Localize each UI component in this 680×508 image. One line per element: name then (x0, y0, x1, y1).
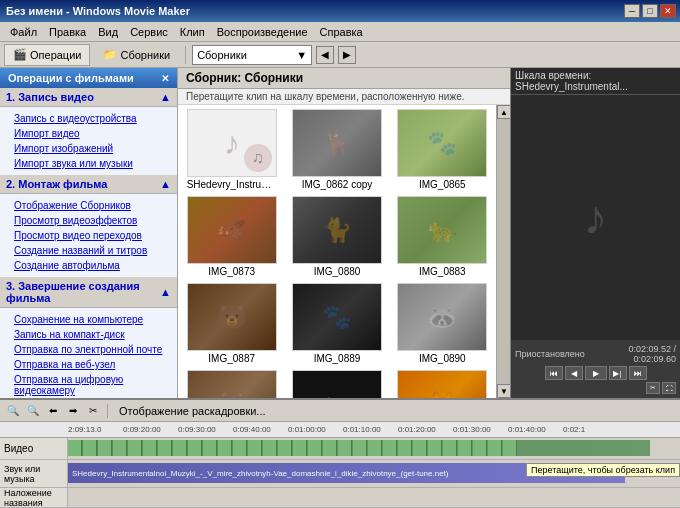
import-images[interactable]: Импорт изображений (0, 141, 177, 156)
video-track-row: Видео (0, 438, 680, 460)
prev-forward-button[interactable]: ▶| (609, 366, 627, 380)
save-computer[interactable]: Сохранение на компьютере (0, 312, 177, 327)
video-track-label: Видео (0, 438, 68, 459)
menu-edit[interactable]: Правка (43, 24, 92, 40)
window-controls: ─ □ ✕ (624, 4, 676, 18)
prev-back-button[interactable]: ◀ (565, 366, 583, 380)
tl-nav-btn[interactable]: ⬅ (44, 403, 62, 419)
minimize-button[interactable]: ─ (624, 4, 640, 18)
scroll-up-button[interactable]: ▲ (497, 105, 510, 119)
prev-split-button[interactable]: ✂ (646, 382, 660, 394)
prev-play-button[interactable]: ▶ (585, 366, 607, 380)
media-item-r2[interactable]: ▶ (287, 370, 386, 398)
content-scrollbar[interactable]: ▲ ▼ (496, 105, 510, 398)
media-item-r1[interactable]: 🐻 (182, 370, 281, 398)
video-track-content[interactable] (68, 438, 680, 459)
media-thumb-r3: 🦊 (397, 370, 487, 398)
film-frame (128, 440, 142, 456)
prev-skipfwd-button[interactable]: ⏭ (629, 366, 647, 380)
ruler-2: 0:09:30:00 (178, 425, 233, 434)
show-collections[interactable]: Отображение Сборников (0, 198, 177, 213)
window-title: Без имени - Windows Movie Maker (4, 5, 190, 17)
menu-service[interactable]: Сервис (124, 24, 174, 40)
close-button[interactable]: ✕ (660, 4, 676, 18)
scroll-thumb[interactable] (497, 119, 510, 384)
media-item-img889[interactable]: 🐾 IMG_0889 (287, 283, 386, 364)
tl-nav-fwd-btn[interactable]: ➡ (64, 403, 82, 419)
collections-button[interactable]: 📁 Сборники (94, 44, 179, 66)
tl-scissors-btn[interactable]: ✂ (84, 403, 102, 419)
scroll-down-button[interactable]: ▼ (497, 384, 510, 398)
media-item-img883[interactable]: 🐆 IMG_0883 (393, 196, 492, 277)
toolbar: 🎬 Операции 📁 Сборники Сборники ▼ ◀ ▶ (0, 42, 680, 68)
film-frame (233, 440, 247, 456)
collections-dropdown[interactable]: Сборники ▼ (192, 45, 312, 65)
media-label-img883: IMG_0883 (419, 266, 466, 277)
timeline-ruler: 2:09:13.0 0:09:20:00 0:09:30:00 0:09:40:… (0, 422, 680, 438)
section-record-header[interactable]: 1. Запись видео ▲ (0, 88, 177, 107)
media-thumb-img887: 🐻 (187, 283, 277, 351)
media-thumb-r2: ▶ (292, 370, 382, 398)
media-item-audio[interactable]: ♪ ♫ SHedevry_Instrum... (182, 109, 281, 190)
operations-button[interactable]: 🎬 Операции (4, 44, 90, 66)
media-item-img862[interactable]: 🦌 IMG_0862 copy (287, 109, 386, 190)
prev-fullscreen-button[interactable]: ⛶ (662, 382, 676, 394)
save-cd[interactable]: Запись на компакт-диск (0, 327, 177, 342)
media-item-img887[interactable]: 🐻 IMG_0887 (182, 283, 281, 364)
tl-zoom-out-button[interactable]: 🔍 (24, 403, 42, 419)
menu-file[interactable]: Файл (4, 24, 43, 40)
media-item-img873[interactable]: 🐗 IMG_0873 (182, 196, 281, 277)
narration-track-content[interactable] (68, 488, 680, 507)
media-item-img890[interactable]: 🦝 IMG_0890 (393, 283, 492, 364)
create-titles[interactable]: Создание названий и титров (0, 243, 177, 258)
ruler-marks: 2:09:13.0 0:09:20:00 0:09:30:00 0:09:40:… (68, 425, 618, 434)
nav-back-button[interactable]: ◀ (316, 46, 334, 64)
timeline-toolbar: 🔍 🔍 ⬅ ➡ ✂ Отображение раскадровки... (0, 400, 680, 422)
timeline-area: 🔍 🔍 ⬅ ➡ ✂ Отображение раскадровки... 2:0… (0, 398, 680, 508)
import-video-device[interactable]: Запись с видеоустройства (0, 111, 177, 126)
section-record-body: Запись с видеоустройства Импорт видео Им… (0, 107, 177, 175)
animal-img887: 🐻 (188, 284, 276, 350)
main-area: Операции с фильмами ✕ 1. Запись видео ▲ … (0, 68, 680, 398)
prev-skipback-button[interactable]: ⏮ (545, 366, 563, 380)
film-frame (323, 440, 337, 456)
media-label-img880: IMG_0880 (314, 266, 361, 277)
media-thumb-img890: 🦝 (397, 283, 487, 351)
media-item-r3[interactable]: 🦊 (393, 370, 492, 398)
audio-track-content[interactable]: SHedevry_Instrumentalnoi_Muzyki_-_V_mire… (68, 460, 680, 487)
ruler-3: 0:09:40:00 (233, 425, 288, 434)
media-thumb-img889: 🐾 (292, 283, 382, 351)
menu-playback[interactable]: Воспроизведение (211, 24, 314, 40)
section-finish-header[interactable]: 3. Завершение создания фильма ▲ (0, 277, 177, 308)
maximize-button[interactable]: □ (642, 4, 658, 18)
tl-zoom-in-button[interactable]: 🔍 (4, 403, 22, 419)
panel-collapse-icon[interactable]: ✕ (161, 73, 169, 84)
ruler-5: 0:01:10:00 (343, 425, 398, 434)
media-item-img865[interactable]: 🐾 IMG_0865 (393, 109, 492, 190)
create-autofilm[interactable]: Создание автофильма (0, 258, 177, 273)
section-edit-header[interactable]: 2. Монтаж фильма ▲ (0, 175, 177, 194)
audio-strip-label: SHedevry_Instrumentalnoi_Muzyki_-_V_mire… (72, 469, 449, 478)
view-effects[interactable]: Просмотр видеоэффектов (0, 213, 177, 228)
send-email[interactable]: Отправка по электронной почте (0, 342, 177, 357)
film-frame (263, 440, 277, 456)
content-hint: Перетащите клип на шкалу времени, распол… (178, 89, 510, 105)
menu-view[interactable]: Вид (92, 24, 124, 40)
nav-forward-button[interactable]: ▶ (338, 46, 356, 64)
tl-separator (107, 404, 108, 418)
import-audio[interactable]: Импорт звука или музыки (0, 156, 177, 171)
media-label-img889: IMG_0889 (314, 353, 361, 364)
send-web[interactable]: Отправка на веб-узел (0, 357, 177, 372)
media-item-img880[interactable]: 🐈 IMG_0880 (287, 196, 386, 277)
film-frame (488, 440, 502, 456)
media-thumb-img883: 🐆 (397, 196, 487, 264)
menu-help[interactable]: Справка (314, 24, 369, 40)
send-camera[interactable]: Отправка на цифровую видеокамеру (0, 372, 177, 398)
view-transitions[interactable]: Просмотр видео переходов (0, 228, 177, 243)
left-panel: Операции с фильмами ✕ 1. Запись видео ▲ … (0, 68, 178, 398)
menu-clip[interactable]: Клип (174, 24, 211, 40)
film-frame (98, 440, 112, 456)
ruler-6: 0:01:20:00 (398, 425, 453, 434)
section-expand-icon: ▲ (160, 91, 171, 103)
import-video[interactable]: Импорт видео (0, 126, 177, 141)
